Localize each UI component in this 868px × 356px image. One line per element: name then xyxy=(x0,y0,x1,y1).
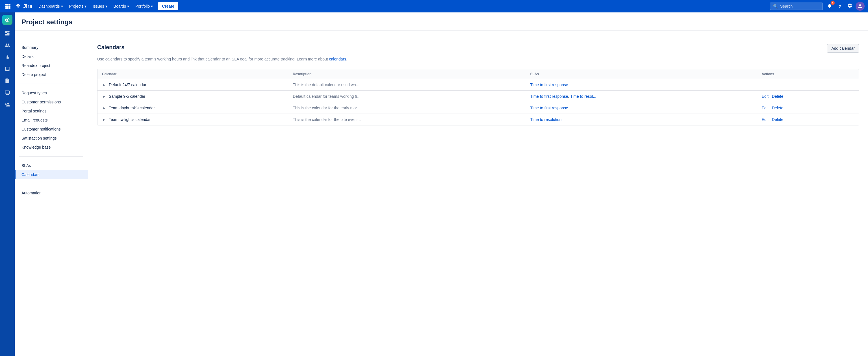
svg-rect-2 xyxy=(9,4,10,5)
logo-text: Jira xyxy=(23,3,32,9)
sidebar-divider-3 xyxy=(19,184,83,184)
search-input[interactable] xyxy=(780,4,820,8)
dashboards-chevron-icon: ▾ xyxy=(61,4,63,8)
row4-edit-link[interactable]: Edit xyxy=(762,117,769,122)
row4-delete-link[interactable]: Delete xyxy=(772,117,783,122)
table-row: ▶ Team daybreak's calendar This is the c… xyxy=(97,102,859,114)
nav-portfolio[interactable]: Portfolio ▾ xyxy=(132,2,156,10)
nav-issues[interactable]: Issues ▾ xyxy=(90,2,110,10)
sidebar-item-details[interactable]: Details xyxy=(15,52,88,61)
notifications-button[interactable]: 4 xyxy=(825,2,834,11)
sidebar-icon-monitor[interactable] xyxy=(2,87,13,98)
sidebar-icon-person-add[interactable] xyxy=(2,99,13,110)
sidebar-section-service: Request types Customer permissions Porta… xyxy=(15,86,88,154)
sidebar-item-email-requests[interactable]: Email requests xyxy=(15,116,88,125)
sidebar-icon-people[interactable] xyxy=(2,39,13,51)
row1-sla-link-1[interactable]: Time to first response xyxy=(530,83,568,87)
row2-delete-link[interactable]: Delete xyxy=(772,94,783,99)
col-slas: SLAs xyxy=(526,69,757,79)
portfolio-chevron-icon: ▾ xyxy=(151,4,153,8)
table-row: ▶ Default 24/7 calendar This is the defa… xyxy=(97,79,859,91)
table-header-row: Calendar Description SLAs Actions xyxy=(97,69,859,79)
row1-calendar: ▶ Default 24/7 calendar xyxy=(97,79,288,91)
help-button[interactable]: ? xyxy=(835,2,844,11)
svg-rect-14 xyxy=(7,33,10,35)
project-icon[interactable] xyxy=(2,15,12,25)
section-title: Calendars xyxy=(97,44,125,51)
apps-menu-button[interactable] xyxy=(3,2,12,11)
col-calendar: Calendar xyxy=(97,69,288,79)
page-header: Project settings xyxy=(15,12,868,31)
row4-slas: Time to resolution xyxy=(526,114,757,125)
row2-expand-button[interactable]: ▶ xyxy=(102,94,106,99)
sidebar-section-sla: SLAs Calendars xyxy=(15,159,88,182)
top-navigation: Jira Dashboards ▾ Projects ▾ Issues ▾ Bo… xyxy=(0,0,868,12)
sidebar-divider-1 xyxy=(19,84,83,84)
project-settings-sidebar: Summary Details Re-index project Delete … xyxy=(15,12,88,356)
row4-description: This is the calendar for the late eveni.… xyxy=(288,114,526,125)
row3-sla-link-1[interactable]: Time to first response xyxy=(530,106,568,110)
row2-sla-link-2[interactable]: Time to resol... xyxy=(570,94,596,99)
row2-sla-link-1[interactable]: Time to first response xyxy=(530,94,568,99)
boards-chevron-icon: ▾ xyxy=(127,4,129,8)
sidebar-item-customer-notifications[interactable]: Customer notifications xyxy=(15,125,88,134)
row1-slas: Time to first response xyxy=(526,79,757,91)
sidebar-item-request-types[interactable]: Request types xyxy=(15,89,88,97)
top-nav-items: Dashboards ▾ Projects ▾ Issues ▾ Boards … xyxy=(36,2,156,10)
search-icon: 🔍 xyxy=(773,4,778,8)
sidebar-icon-board[interactable] xyxy=(2,28,13,39)
svg-rect-7 xyxy=(7,7,9,9)
row3-edit-link[interactable]: Edit xyxy=(762,106,769,110)
calendars-table-wrapper: Calendar Description SLAs Actions ▶ xyxy=(97,69,859,125)
row3-description: This is the calendar for the early mor..… xyxy=(288,102,526,114)
calendars-learn-more-link[interactable]: calendars xyxy=(329,57,346,61)
add-calendar-button[interactable]: Add calendar xyxy=(827,44,859,53)
section-header-row: Calendars Add calendar xyxy=(97,44,859,54)
row4-sla-link-1[interactable]: Time to resolution xyxy=(530,117,561,122)
gear-icon xyxy=(847,3,852,9)
page-title: Project settings xyxy=(22,18,861,31)
row2-slas: Time to first response, Time to resol... xyxy=(526,91,757,102)
row2-edit-link[interactable]: Edit xyxy=(762,94,769,99)
sidebar-item-automation[interactable]: Automation xyxy=(15,189,88,197)
calendar-name-wrapper: ▶ Team daybreak's calendar xyxy=(102,106,284,110)
content-inner: Calendars Add calendar Use calendars to … xyxy=(88,35,868,134)
sidebar-item-summary[interactable]: Summary xyxy=(15,43,88,52)
main-content: Calendars Add calendar Use calendars to … xyxy=(88,12,868,356)
row3-calendar: ▶ Team daybreak's calendar xyxy=(97,102,288,114)
nav-projects[interactable]: Projects ▾ xyxy=(66,2,90,10)
calendar-name-wrapper: ▶ Sample 9-5 calendar xyxy=(102,94,284,99)
sidebar-icon-chart[interactable] xyxy=(2,52,13,63)
row3-expand-button[interactable]: ▶ xyxy=(102,106,106,110)
row4-expand-button[interactable]: ▶ xyxy=(102,118,106,122)
sidebar-item-delete[interactable]: Delete project xyxy=(15,70,88,79)
user-avatar[interactable] xyxy=(856,2,865,11)
sidebar-item-knowledge-base[interactable]: Knowledge base xyxy=(15,143,88,152)
nav-dashboards[interactable]: Dashboards ▾ xyxy=(36,2,66,10)
sidebar-item-customer-permissions[interactable]: Customer permissions xyxy=(15,97,88,106)
sidebar-icon-doc[interactable] xyxy=(2,75,13,87)
sidebar-icon-inbox[interactable] xyxy=(2,63,13,74)
sidebar-item-calendars[interactable]: Calendars xyxy=(15,170,88,179)
row4-calendar: ▶ Team twilight's calendar xyxy=(97,114,288,125)
svg-rect-1 xyxy=(7,4,9,5)
settings-button[interactable] xyxy=(845,2,855,11)
search-bar[interactable]: 🔍 xyxy=(770,3,823,10)
row1-expand-button[interactable]: ▶ xyxy=(102,83,106,87)
sidebar-item-satisfaction-settings[interactable]: Satisfaction settings xyxy=(15,134,88,143)
svg-rect-4 xyxy=(7,6,9,7)
row3-delete-link[interactable]: Delete xyxy=(772,106,783,110)
sidebar-item-portal-settings[interactable]: Portal settings xyxy=(15,106,88,116)
svg-rect-8 xyxy=(9,7,10,9)
sidebar-section-automation: Automation xyxy=(15,186,88,200)
row2-sla-separator: , xyxy=(568,94,570,99)
jira-logo[interactable]: Jira xyxy=(15,3,32,10)
sidebar-divider-2 xyxy=(19,156,83,157)
create-button[interactable]: Create xyxy=(158,2,178,10)
notification-badge: 4 xyxy=(831,1,835,5)
nav-boards[interactable]: Boards ▾ xyxy=(111,2,132,10)
row2-actions: Edit Delete xyxy=(757,91,859,102)
svg-rect-15 xyxy=(5,34,7,36)
sidebar-item-reindex[interactable]: Re-index project xyxy=(15,61,88,70)
sidebar-item-slas[interactable]: SLAs xyxy=(15,161,88,170)
